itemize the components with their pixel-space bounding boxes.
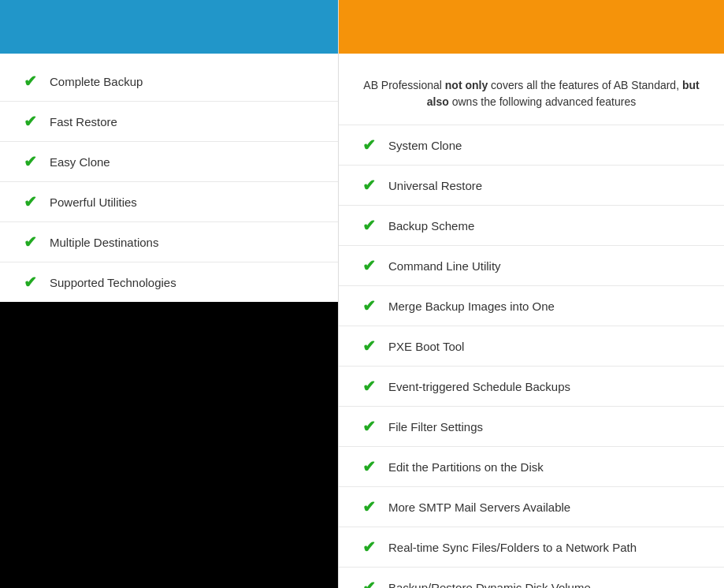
feature-label: PXE Boot Tool	[388, 340, 464, 353]
standard-black-area	[0, 302, 338, 588]
feature-label: Multiple Destinations	[50, 236, 158, 249]
feature-label: Command Line Utility	[388, 259, 501, 273]
list-item: ✔Backup/Restore Dynamic Disk Volume	[339, 568, 724, 588]
list-item: ✔Command Line Utility	[339, 246, 724, 286]
list-item: ✔Fast Restore	[0, 102, 338, 142]
feature-label: Fast Restore	[50, 115, 117, 128]
list-item: ✔Real-time Sync Files/Folders to a Netwo…	[339, 527, 724, 568]
checkmark-icon: ✔	[24, 233, 37, 251]
checkmark-icon: ✔	[362, 417, 376, 436]
pro-header	[339, 0, 724, 54]
pro-column: AB Professional not only covers all the …	[339, 0, 724, 588]
checkmark-icon: ✔	[24, 112, 37, 131]
checkmark-icon: ✔	[362, 538, 376, 556]
checkmark-icon: ✔	[362, 457, 376, 476]
list-item: ✔Multiple Destinations	[0, 222, 338, 262]
checkmark-icon: ✔	[362, 337, 376, 355]
feature-label: Edit the Partitions on the Disk	[388, 460, 544, 474]
list-item: ✔System Clone	[339, 125, 724, 166]
list-item: ✔Event-triggered Schedule Backups	[339, 367, 724, 407]
feature-label: Backup Scheme	[388, 219, 474, 233]
checkmark-icon: ✔	[362, 497, 376, 516]
pro-intro: AB Professional not only covers all the …	[339, 61, 724, 125]
list-item: ✔PXE Boot Tool	[339, 326, 724, 367]
feature-label: Universal Restore	[388, 179, 482, 192]
list-item: ✔More SMTP Mail Servers Available	[339, 487, 724, 527]
checkmark-icon: ✔	[24, 152, 37, 171]
list-item: ✔File Filter Settings	[339, 407, 724, 447]
list-item: ✔Edit the Partitions on the Disk	[339, 447, 724, 487]
checkmark-icon: ✔	[362, 216, 376, 235]
checkmark-icon: ✔	[362, 136, 376, 154]
checkmark-icon: ✔	[362, 176, 376, 195]
feature-label: Complete Backup	[50, 75, 143, 88]
feature-label: Backup/Restore Dynamic Disk Volume	[388, 581, 591, 589]
feature-label: Supported Technologies	[50, 276, 176, 289]
checkmark-icon: ✔	[24, 192, 37, 211]
checkmark-icon: ✔	[362, 256, 376, 275]
checkmark-icon: ✔	[24, 273, 37, 292]
list-item: ✔Complete Backup	[0, 61, 338, 102]
list-item: ✔Backup Scheme	[339, 206, 724, 246]
feature-label: System Clone	[388, 139, 462, 152]
pro-features-body: AB Professional not only covers all the …	[339, 54, 724, 588]
standard-header	[0, 0, 338, 54]
list-item: ✔Powerful Utilities	[0, 182, 338, 222]
feature-label: Real-time Sync Files/Folders to a Networ…	[388, 541, 637, 554]
feature-label: Event-triggered Schedule Backups	[388, 380, 570, 393]
list-item: ✔Supported Technologies	[0, 262, 338, 302]
list-item: ✔Merge Backup Images into One	[339, 286, 724, 326]
comparison-table: ✔Complete Backup✔Fast Restore✔Easy Clone…	[0, 0, 724, 588]
feature-label: Powerful Utilities	[50, 195, 137, 209]
standard-column: ✔Complete Backup✔Fast Restore✔Easy Clone…	[0, 0, 339, 588]
list-item: ✔Universal Restore	[339, 166, 724, 206]
list-item: ✔Easy Clone	[0, 142, 338, 182]
checkmark-icon: ✔	[362, 296, 376, 315]
feature-label: File Filter Settings	[388, 420, 483, 434]
checkmark-icon: ✔	[362, 377, 376, 396]
feature-label: Merge Backup Images into One	[388, 300, 555, 313]
checkmark-icon: ✔	[24, 72, 37, 91]
feature-label: More SMTP Mail Servers Available	[388, 501, 570, 514]
checkmark-icon: ✔	[362, 578, 376, 588]
standard-features-body: ✔Complete Backup✔Fast Restore✔Easy Clone…	[0, 54, 338, 588]
feature-label: Easy Clone	[50, 155, 110, 169]
